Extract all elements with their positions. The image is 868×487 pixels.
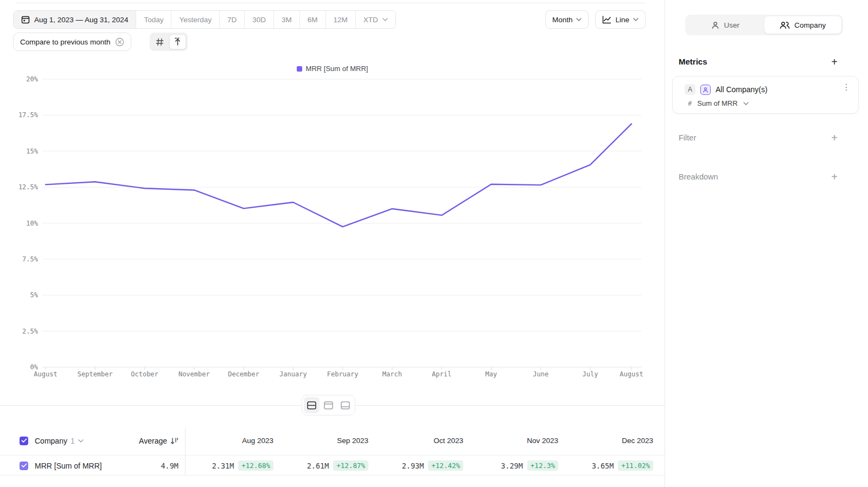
entity-tab-company-label: Company: [794, 21, 826, 29]
xtd-button[interactable]: XTD: [355, 11, 395, 28]
xtd-label: XTD: [363, 16, 378, 24]
y-axis-label: 17.5%: [18, 111, 39, 119]
metric-card[interactable]: A All Company(s) ⋮ # Sum of MRR: [672, 76, 859, 114]
layout-chart-button[interactable]: [321, 397, 336, 413]
split-view-icon: [307, 401, 316, 409]
chart-option-toggle: [150, 33, 188, 51]
average-label: Average: [139, 437, 167, 445]
legend-swatch: [297, 66, 302, 72]
quick-range-3m[interactable]: 3M: [273, 11, 299, 28]
delta-badge: +12.3%: [527, 460, 558, 471]
date-range-label: Aug 1, 2023 — Aug 31, 2024: [34, 16, 128, 24]
x-axis-label: October: [131, 370, 158, 378]
average-header[interactable]: Average: [87, 426, 178, 455]
delta-badge: +12.68%: [238, 460, 273, 471]
cell-value: 3.65M: [592, 462, 614, 470]
quick-range-6m[interactable]: 6M: [299, 11, 326, 28]
y-axis-label: 20%: [26, 75, 38, 83]
chart-type-label: Line: [615, 16, 629, 24]
delta-badge: +11.02%: [618, 460, 653, 471]
chart-legend[interactable]: MRR [Sum of MRR]: [0, 65, 665, 73]
layout-table-button[interactable]: [337, 397, 353, 413]
chevron-down-icon: [576, 18, 582, 21]
calendar-icon: [21, 15, 30, 24]
chevron-down-icon: [743, 102, 749, 105]
metric-index-badge: A: [685, 84, 695, 95]
toolbar-row-2: Compare to previous month: [13, 33, 188, 51]
group-count: 1: [71, 437, 75, 445]
table-row[interactable]: MRR [Sum of MRR] 4.9M 2.31M+12.68%2.61M+…: [0, 456, 665, 476]
x-axis-label: April: [432, 370, 451, 378]
row-checkbox[interactable]: [20, 462, 28, 470]
line-chart-icon: [602, 16, 611, 24]
month-column-header[interactable]: Nov 2023: [470, 426, 565, 455]
y-axis-label: 12.5%: [18, 183, 39, 191]
layout-split-button[interactable]: [304, 397, 320, 413]
group-by-dropdown[interactable]: Company 1: [35, 437, 84, 445]
month-column-header[interactable]: Oct 2023: [375, 426, 470, 455]
line-chart: 20%17.5%15%12.5%10%7.5%5%2.5%0%AugustSep…: [0, 75, 665, 387]
month-column-header[interactable]: Sep 2023: [280, 426, 375, 455]
y-axis-label: 10%: [26, 220, 38, 227]
month-cell[interactable]: 2.31M+12.68%: [185, 456, 280, 475]
quick-range-30d[interactable]: 30D: [244, 11, 273, 28]
x-axis-label: February: [327, 370, 359, 378]
chevron-down-icon: [78, 439, 84, 443]
cell-value: 2.93M: [402, 462, 424, 470]
add-metric-button[interactable]: +: [829, 56, 840, 67]
entity-tab-user[interactable]: User: [687, 16, 764, 34]
quick-range-12m[interactable]: 12M: [326, 11, 355, 28]
date-range-group: Aug 1, 2023 — Aug 31, 2024 TodayYesterda…: [13, 10, 396, 29]
granularity-label: Month: [552, 16, 573, 24]
x-axis-label: August: [34, 370, 57, 378]
chart-type-button[interactable]: Line: [595, 10, 646, 29]
x-axis-label: November: [178, 370, 210, 378]
month-cell[interactable]: 2.93M+12.42%: [375, 456, 470, 475]
app-root: Aug 1, 2023 — Aug 31, 2024 TodayYesterda…: [0, 0, 868, 487]
grid-values-button[interactable]: [151, 34, 168, 49]
granularity-button[interactable]: Month: [545, 10, 589, 29]
add-filter-button[interactable]: +: [829, 132, 840, 143]
hash-icon: [156, 38, 164, 46]
toolbar-row-1: Aug 1, 2023 — Aug 31, 2024 TodayYesterda…: [13, 10, 396, 29]
compare-chip[interactable]: Compare to previous month: [13, 33, 131, 51]
date-range-button[interactable]: Aug 1, 2023 — Aug 31, 2024: [14, 11, 136, 28]
toolbar-right: Month Line: [545, 10, 646, 29]
top-divider: [16, 3, 646, 3]
user-icon: [711, 21, 719, 29]
chevron-down-icon: [382, 18, 388, 21]
delta-badge: +12.42%: [428, 460, 463, 471]
mrr-series-line: [46, 124, 631, 227]
quick-range-today[interactable]: Today: [136, 11, 171, 28]
quick-range-7d[interactable]: 7D: [219, 11, 244, 28]
metric-menu-button[interactable]: ⋮: [842, 83, 851, 92]
sort-icon: [170, 437, 178, 445]
delta-badge: +12.87%: [333, 460, 368, 471]
month-cell[interactable]: 2.61M+12.87%: [280, 456, 375, 475]
y-axis-label: 2.5%: [22, 328, 39, 335]
check-icon: [21, 463, 27, 468]
arrow-up-icon: [174, 37, 182, 46]
x-axis-label: July: [583, 370, 598, 378]
row-average-value: 4.9M: [161, 462, 178, 470]
layout-toggle-group: [302, 395, 355, 415]
cell-value: 2.31M: [212, 462, 234, 470]
table-header: Company 1 Average Aug 2023Sep 2023Oct 20…: [0, 426, 665, 456]
quick-range-yesterday[interactable]: Yesterday: [171, 11, 219, 28]
entity-tab-company[interactable]: Company: [764, 16, 842, 34]
x-axis-label: September: [78, 370, 113, 378]
month-column-header[interactable]: Aug 2023: [185, 426, 280, 455]
cumulative-toggle-button[interactable]: [169, 34, 186, 49]
metric-entity-name: All Company(s): [716, 85, 768, 94]
metrics-heading: Metrics: [679, 57, 707, 66]
month-cell[interactable]: 3.29M+12.3%: [470, 456, 565, 475]
compare-chip-label: Compare to previous month: [20, 38, 111, 46]
y-axis-label: 15%: [26, 148, 38, 155]
month-column-header[interactable]: Dec 2023: [565, 426, 660, 455]
aggregation-dropdown[interactable]: # Sum of MRR: [688, 99, 749, 107]
select-all-checkbox[interactable]: [20, 437, 28, 445]
month-cell[interactable]: 3.65M+11.02%: [565, 456, 660, 475]
group-by-label: Company: [35, 437, 67, 445]
remove-compare-icon[interactable]: [115, 37, 124, 47]
add-breakdown-button[interactable]: +: [829, 171, 840, 182]
